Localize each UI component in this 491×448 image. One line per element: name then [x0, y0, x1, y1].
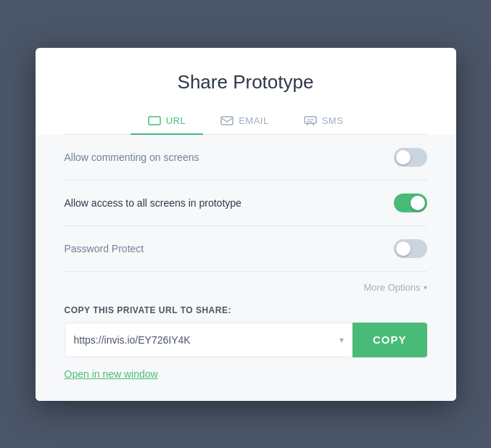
dropdown-arrow-icon[interactable]: ▾	[339, 335, 344, 345]
tab-sms[interactable]: SMS	[286, 108, 361, 135]
tab-sms-label: SMS	[322, 115, 344, 126]
modal-header: Share Prototype URL EMAIL	[36, 48, 456, 135]
tab-url-label: URL	[166, 115, 186, 126]
sms-icon	[304, 115, 317, 125]
link-icon	[148, 115, 161, 125]
email-icon	[220, 115, 234, 125]
more-options-label: More Options	[363, 282, 420, 293]
option-label-access: Allow access to all screens in prototype	[65, 197, 242, 209]
url-input-wrapper: ▾	[65, 323, 352, 357]
option-row-password: Password Protect	[65, 226, 427, 272]
modal-title: Share Prototype	[65, 71, 427, 94]
url-input-row: ▾ COPY	[65, 323, 427, 357]
toggle-thumb-password	[396, 241, 410, 256]
toggle-track-password	[394, 239, 427, 258]
chevron-down-icon: ▾	[424, 283, 427, 291]
option-label-commenting: Allow commenting on screens	[65, 152, 199, 163]
toggle-password[interactable]	[394, 239, 427, 258]
toggle-thumb-access	[410, 196, 425, 210]
url-section-label: COPY THIS PRIVATE URL TO SHARE:	[65, 305, 427, 315]
modal-body: Allow commenting on screens Allow access…	[36, 135, 456, 401]
copy-button[interactable]: COPY	[352, 323, 427, 357]
toggle-track-access	[394, 194, 427, 212]
share-prototype-modal: Share Prototype URL EMAIL	[36, 48, 456, 401]
svg-rect-1	[221, 117, 233, 125]
more-options-row: More Options ▾	[65, 272, 427, 305]
tab-url[interactable]: URL	[131, 108, 204, 135]
svg-rect-0	[149, 117, 160, 125]
url-section: COPY THIS PRIVATE URL TO SHARE: ▾ COPY O…	[65, 305, 427, 381]
tab-email-label: EMAIL	[239, 115, 269, 126]
option-label-password: Password Protect	[65, 243, 144, 254]
url-input[interactable]	[74, 334, 339, 346]
toggle-thumb-commenting	[396, 150, 410, 165]
open-new-window-link[interactable]: Open in new window	[65, 368, 158, 380]
tab-email[interactable]: EMAIL	[203, 108, 286, 135]
option-row-commenting: Allow commenting on screens	[65, 135, 427, 181]
toggle-commenting[interactable]	[394, 148, 427, 167]
tab-bar: URL EMAIL	[65, 108, 427, 135]
option-row-access: Allow access to all screens in prototype	[65, 181, 427, 226]
toggle-track-commenting	[394, 148, 427, 167]
toggle-access[interactable]	[394, 194, 427, 212]
more-options-button[interactable]: More Options ▾	[363, 282, 426, 293]
